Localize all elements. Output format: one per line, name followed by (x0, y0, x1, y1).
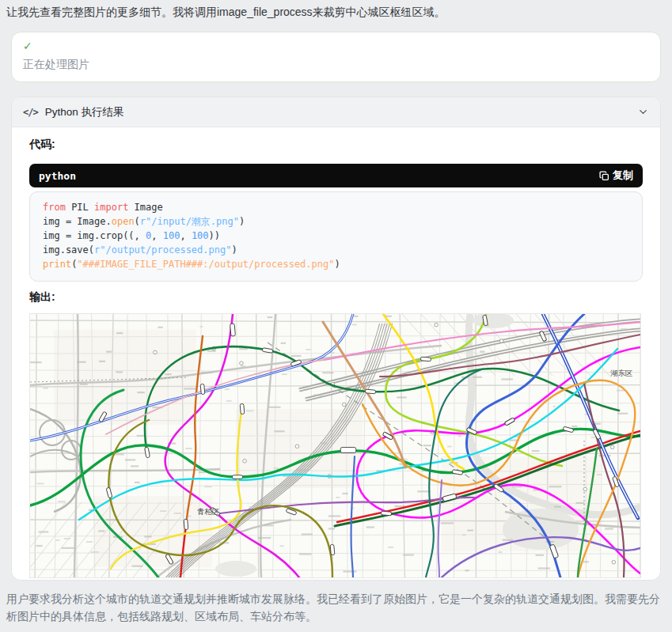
district-label: 青柏区 (197, 507, 220, 516)
code-line: img = Image.open(r"/input/潮京.png") (43, 214, 629, 229)
station-marker (330, 544, 335, 554)
code-line: print("###IMAGE_FILE_PATH###:/output/pro… (43, 257, 629, 271)
station-marker (420, 357, 431, 361)
code-line: img = img.crop((, 0, 100, 100)) (43, 229, 629, 243)
assistant-message-top: 让我先查看完整图片的更多细节。我将调用image_file_process来裁剪… (6, 4, 670, 21)
station-marker (340, 448, 356, 453)
copy-icon (599, 171, 609, 181)
station-marker (230, 324, 236, 336)
panel-header[interactable]: </> Python 执行结果 (12, 97, 660, 127)
station-marker (200, 384, 205, 394)
copy-button-label: 复制 (613, 168, 633, 183)
district-label: 湖东区 (610, 369, 633, 377)
station-marker (233, 475, 243, 479)
panel-title: Python 执行结果 (45, 105, 124, 119)
copy-button[interactable]: 复制 (599, 168, 633, 183)
python-result-panel: </> Python 执行结果 代码: python 复制 from PIL i… (11, 97, 661, 581)
output-section-label: 输出: (29, 290, 643, 305)
code-section-label: 代码: (29, 138, 643, 152)
code-line: img.save(r"/output/processed.png") (43, 243, 629, 257)
output-map-image: 青柏区湖东区 (29, 313, 641, 578)
code-line: from PIL import Image (43, 200, 629, 214)
station-marker (381, 511, 391, 516)
station-marker (240, 403, 245, 414)
status-text: 正在处理图片 (23, 58, 649, 72)
tool-status-card: ✓ 正在处理图片 (11, 32, 661, 82)
chevron-down-icon[interactable] (637, 106, 649, 118)
code-block-header: python 复制 (29, 164, 643, 187)
code-icon: </> (23, 107, 38, 118)
panel-body: 代码: python 复制 from PIL import Imageimg =… (12, 127, 660, 578)
check-icon: ✓ (23, 40, 649, 52)
assistant-message-bottom: 用户要求我分析这个城市的轨道交通规划并推断城市发展脉络。我已经看到了原始图片，它… (6, 591, 670, 625)
code-body: from PIL import Imageimg = Image.open(r"… (29, 191, 643, 282)
language-label: python (39, 170, 76, 182)
station-marker (184, 519, 188, 529)
station-marker (365, 389, 375, 394)
